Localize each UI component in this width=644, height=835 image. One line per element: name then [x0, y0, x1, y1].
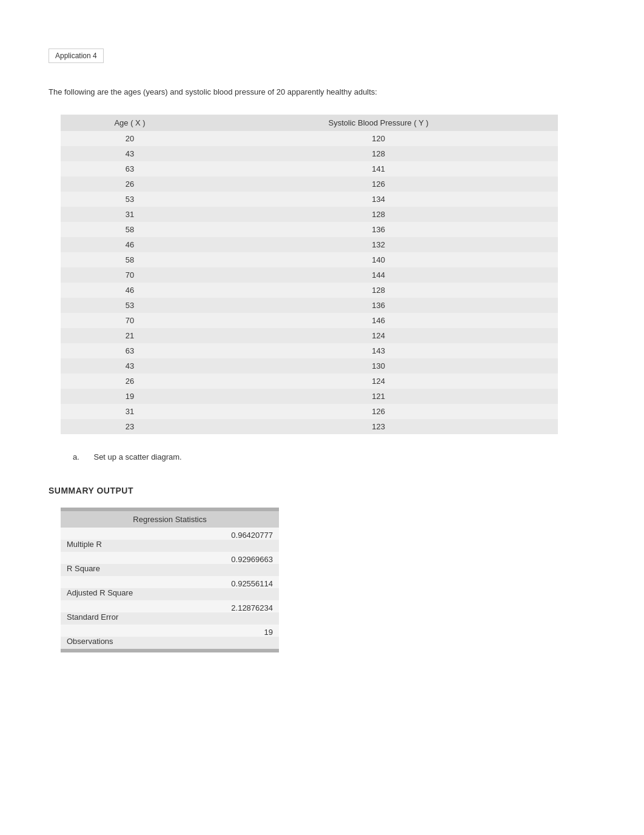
table-row: 46128 — [61, 283, 558, 298]
bp-cell: 136 — [199, 222, 558, 237]
age-cell: 58 — [61, 252, 199, 267]
age-cell: 63 — [61, 161, 199, 176]
application-label: Application 4 — [49, 49, 104, 63]
age-cell: 58 — [61, 222, 199, 237]
age-cell: 26 — [61, 374, 199, 389]
age-cell: 46 — [61, 283, 199, 298]
table-row: 19121 — [61, 389, 558, 404]
regression-value: 19 — [61, 625, 279, 637]
bp-cell: 121 — [199, 389, 558, 404]
question-letter: a. — [73, 452, 79, 461]
age-cell: 26 — [61, 176, 199, 192]
age-cell: 43 — [61, 358, 199, 374]
table-row: 43130 — [61, 358, 558, 374]
table-row: 20120 — [61, 131, 558, 146]
table-row: 43128 — [61, 146, 558, 161]
regression-label-row: Observations — [61, 637, 279, 649]
bp-cell: 132 — [199, 237, 558, 252]
table-row: 58136 — [61, 222, 558, 237]
bp-cell: 141 — [199, 161, 558, 176]
bp-cell: 126 — [199, 176, 558, 192]
data-table: Age ( X ) Systolic Blood Pressure ( Y ) … — [61, 115, 558, 434]
age-cell: 43 — [61, 146, 199, 161]
table-row: 31126 — [61, 404, 558, 419]
bp-cell: 120 — [199, 131, 558, 146]
regression-value: 2.12876234 — [61, 600, 279, 612]
age-cell: 53 — [61, 192, 199, 207]
bp-cell: 144 — [199, 267, 558, 283]
regression-value: 0.96420777 — [61, 528, 279, 540]
regression-label-row: Adjusted R Square — [61, 588, 279, 600]
regression-label: Standard Error — [61, 612, 279, 625]
age-cell: 23 — [61, 419, 199, 434]
bp-cell: 136 — [199, 298, 558, 313]
table-row: 23123 — [61, 419, 558, 434]
bp-cell: 124 — [199, 374, 558, 389]
table-row: 70144 — [61, 267, 558, 283]
regression-bottom-border — [61, 649, 279, 652]
age-cell: 46 — [61, 237, 199, 252]
bp-cell: 134 — [199, 192, 558, 207]
table-row: 26124 — [61, 374, 558, 389]
bp-cell: 124 — [199, 328, 558, 343]
bp-cell: 128 — [199, 283, 558, 298]
regression-value-row: 0.92556114 — [61, 576, 279, 588]
bp-cell: 130 — [199, 358, 558, 374]
regression-label-row: R Square — [61, 564, 279, 576]
table-row: 53134 — [61, 192, 558, 207]
intro-text: The following are the ages (years) and s… — [49, 87, 595, 96]
bp-cell: 128 — [199, 207, 558, 222]
regression-value-row: 19 — [61, 625, 279, 637]
table-row: 26126 — [61, 176, 558, 192]
question-text: Set up a scatter diagram. — [93, 452, 181, 461]
age-cell: 31 — [61, 207, 199, 222]
bp-cell: 123 — [199, 419, 558, 434]
table-row: 63143 — [61, 343, 558, 358]
regression-value: 0.92556114 — [61, 576, 279, 588]
regression-value-row: 0.92969663 — [61, 552, 279, 564]
bp-cell: 128 — [199, 146, 558, 161]
table-row: 31128 — [61, 207, 558, 222]
age-cell: 21 — [61, 328, 199, 343]
age-cell: 70 — [61, 267, 199, 283]
regression-label-row: Standard Error — [61, 612, 279, 625]
regression-label: R Square — [61, 564, 279, 576]
regression-value-row: 2.12876234 — [61, 600, 279, 612]
regression-value-row: 0.96420777 — [61, 528, 279, 540]
col-header-bp: Systolic Blood Pressure ( Y ) — [199, 115, 558, 131]
regression-table: 0.96420777Multiple R0.92969663R Square0.… — [61, 528, 279, 649]
regression-label: Observations — [61, 637, 279, 649]
col-header-age: Age ( X ) — [61, 115, 199, 131]
regression-wrapper: Regression Statistics 0.96420777Multiple… — [61, 508, 279, 652]
age-cell: 70 — [61, 313, 199, 328]
bp-cell: 143 — [199, 343, 558, 358]
age-cell: 31 — [61, 404, 199, 419]
table-row: 46132 — [61, 237, 558, 252]
summary-title: SUMMARY OUTPUT — [49, 486, 595, 495]
regression-label: Multiple R — [61, 540, 279, 552]
table-row: 63141 — [61, 161, 558, 176]
bp-cell: 146 — [199, 313, 558, 328]
regression-label-row: Multiple R — [61, 540, 279, 552]
table-row: 58140 — [61, 252, 558, 267]
bp-cell: 126 — [199, 404, 558, 419]
table-row: 70146 — [61, 313, 558, 328]
bp-cell: 140 — [199, 252, 558, 267]
table-row: 53136 — [61, 298, 558, 313]
table-row: 21124 — [61, 328, 558, 343]
age-cell: 63 — [61, 343, 199, 358]
age-cell: 20 — [61, 131, 199, 146]
age-cell: 19 — [61, 389, 199, 404]
question: a. Set up a scatter diagram. — [73, 452, 595, 461]
regression-value: 0.92969663 — [61, 552, 279, 564]
age-cell: 53 — [61, 298, 199, 313]
regression-section-header: Regression Statistics — [61, 511, 279, 528]
regression-label: Adjusted R Square — [61, 588, 279, 600]
